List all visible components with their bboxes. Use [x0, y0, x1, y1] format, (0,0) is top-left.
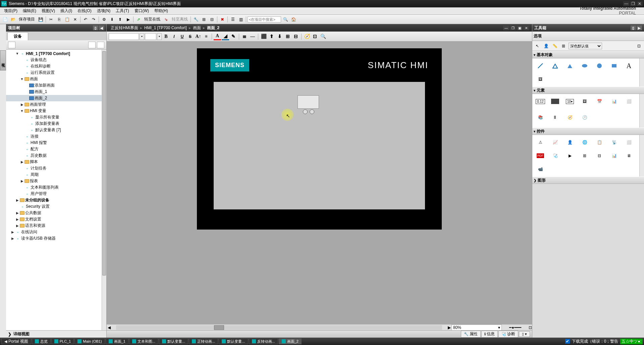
circle-tool[interactable]: [593, 60, 605, 71]
hmi-screen[interactable]: SIEMENS SIMATIC HMI TOUCH ↖: [197, 48, 442, 230]
canvas-viewport[interactable]: SIEMENS SIMATIC HMI TOUCH ↖: [107, 42, 532, 324]
minimize-button[interactable]: —: [623, 1, 629, 6]
fill-color-button[interactable]: ◢: [222, 33, 229, 40]
search-input[interactable]: [248, 16, 281, 22]
tool-icon-1[interactable]: 🔧: [192, 16, 200, 23]
sm-client-tool[interactable]: 📡: [608, 137, 620, 148]
save-project-button[interactable]: 保存项目: [17, 16, 36, 22]
arrange-1[interactable]: ⬛: [260, 33, 267, 40]
pane-pin-icon[interactable]: ▯: [93, 26, 98, 30]
io-field-tool[interactable]: 0.12: [534, 96, 546, 107]
device-view-tool[interactable]: 🖥: [623, 150, 635, 161]
arrange-5[interactable]: ⊟: [292, 33, 300, 40]
zoom-icon[interactable]: 🔍: [319, 33, 327, 40]
tree-node[interactable]: ▫设备组态: [6, 57, 106, 63]
user-view-tool[interactable]: 👤: [564, 137, 576, 148]
ellipse-tool[interactable]: [579, 60, 591, 71]
tool-icon-3[interactable]: ⊟: [208, 16, 216, 23]
bold-button[interactable]: B: [162, 33, 170, 40]
align-button[interactable]: ≡: [203, 33, 210, 40]
tab-collapse[interactable]: ▯ ▾: [519, 331, 530, 337]
alarm-view-tool[interactable]: ⚠: [534, 137, 546, 148]
open-project-icon[interactable]: 📂: [9, 16, 17, 23]
home-icon[interactable]: 🏠: [290, 16, 297, 23]
tree-node[interactable]: 画面_2: [6, 95, 106, 101]
pointer-tool-icon[interactable]: ↖: [534, 42, 541, 50]
taskbar-item[interactable]: 默认变量...: [159, 338, 188, 344]
polygon-tool[interactable]: [564, 60, 576, 71]
rectangle-tool[interactable]: [608, 60, 620, 71]
go-online-icon[interactable]: ⇗: [135, 16, 142, 23]
editor-max-icon[interactable]: ▣: [517, 26, 523, 30]
font-color-button[interactable]: A: [214, 33, 221, 40]
taskbar-item[interactable]: PLC_1: [51, 338, 74, 344]
tab-devices[interactable]: 设备: [7, 32, 28, 40]
bar-tool[interactable]: 📊: [608, 96, 620, 107]
menu-project[interactable]: 项目(P): [1, 7, 20, 14]
taskbar-item[interactable]: Main (OB1): [74, 338, 105, 344]
fit-icon[interactable]: ⊡: [529, 325, 532, 330]
editor-min-icon[interactable]: —: [503, 26, 509, 30]
detail-view-header[interactable]: ❯ 详细视图: [6, 330, 106, 338]
tree-twisty[interactable]: ▶: [20, 179, 24, 183]
text-tool[interactable]: A: [623, 60, 635, 71]
hscroll-right[interactable]: ▶: [447, 325, 451, 330]
tab-info[interactable]: ℹ信息: [481, 331, 498, 338]
symbolic-io-tool[interactable]: 10▾: [564, 96, 576, 107]
zoom-slider[interactable]: ━●━━━: [502, 325, 529, 330]
tree-tool-1[interactable]: [8, 42, 15, 48]
hscroll-left[interactable]: ◀: [107, 325, 111, 330]
tree-node[interactable]: ▫HMI 报警: [6, 140, 106, 146]
line-color-button[interactable]: ✎: [230, 33, 237, 40]
system-diag-tool[interactable]: 🩺: [549, 150, 561, 161]
arrange-4[interactable]: ⊞: [284, 33, 291, 40]
tab-properties[interactable]: 🔧属性: [461, 331, 481, 338]
tree-node[interactable]: 添加新画面: [6, 82, 106, 89]
toolbox-view-icon[interactable]: ⊡: [635, 42, 643, 50]
taskbar-item[interactable]: 默认变量...: [219, 338, 248, 344]
table-view-tool[interactable]: 📊: [608, 150, 620, 161]
align-left-icon[interactable]: ≣: [241, 33, 248, 40]
italic-button[interactable]: I: [170, 33, 178, 40]
tree-scrollbar[interactable]: [102, 50, 106, 330]
html-browser-tool[interactable]: 🌐: [579, 137, 591, 148]
simulate-icon[interactable]: ▶: [124, 16, 132, 23]
crumb-3[interactable]: 画面_2: [206, 25, 221, 31]
layer-icon[interactable]: 🧭: [303, 33, 311, 40]
switch-tool[interactable]: ⬜: [623, 96, 635, 107]
font-family-select[interactable]: [109, 33, 139, 40]
tree-node[interactable]: ▶▫在线访问: [6, 229, 106, 235]
pane-collapse-icon[interactable]: ◀: [99, 26, 104, 30]
tree-twisty[interactable]: ▶: [20, 103, 24, 106]
line-style-icon[interactable]: —: [249, 33, 256, 40]
menu-view[interactable]: 视图(V): [39, 7, 58, 14]
theme-select[interactable]: 深色默认值: [569, 43, 602, 49]
tree-twisty[interactable]: ▶: [11, 237, 14, 240]
pdf-view-tool[interactable]: PDF: [534, 150, 546, 161]
tree-node[interactable]: ▼▫HMI_1 [TP700 Comfort]: [6, 50, 106, 57]
grid-icon[interactable]: ⊡: [311, 33, 319, 40]
status-force-tool[interactable]: ⬜: [623, 137, 635, 148]
search-icon[interactable]: 🔍: [282, 16, 289, 23]
ruler-tool-icon[interactable]: 📏: [551, 42, 558, 50]
underline-button[interactable]: U: [178, 33, 186, 40]
font-size-dd[interactable]: ▾: [157, 33, 162, 40]
font-family-dd[interactable]: ▾: [140, 33, 144, 40]
font-size-select[interactable]: [145, 33, 156, 40]
grid-tool-icon[interactable]: ⊞: [560, 42, 567, 50]
taskbar-item[interactable]: 总览: [32, 338, 51, 344]
tree-node[interactable]: ▫文本和图形列表: [6, 184, 106, 191]
tree-twisty[interactable]: ▼: [20, 77, 24, 81]
editor-restore-icon[interactable]: ❐: [510, 26, 516, 30]
tree-node[interactable]: ▫配方: [6, 146, 106, 152]
camera-tool[interactable]: 📹: [534, 164, 546, 175]
clock-tool[interactable]: 🕐: [579, 112, 591, 123]
hmi-workspace[interactable]: [214, 82, 425, 209]
tree-twisty[interactable]: ▶: [15, 224, 19, 228]
tree-twisty[interactable]: ▶: [20, 160, 24, 164]
tree-twisty[interactable]: ▼: [15, 52, 19, 55]
tree-node[interactable]: ▶画面管理: [6, 101, 106, 108]
hmi-object-rect[interactable]: [298, 95, 319, 109]
download-icon[interactable]: ⬇: [108, 16, 116, 23]
portal-view-button[interactable]: ◀ Portal 视图: [1, 338, 31, 344]
